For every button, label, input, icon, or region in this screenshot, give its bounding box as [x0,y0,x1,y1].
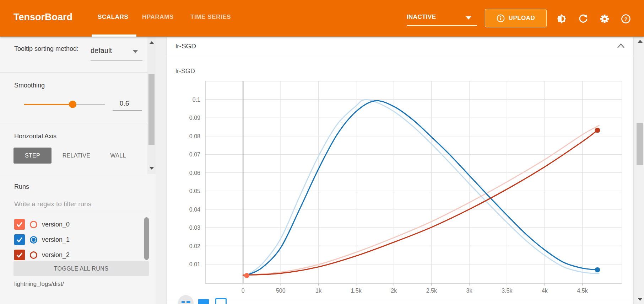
check-icon [16,236,23,244]
smoothing-slider[interactable] [24,104,105,105]
svg-text:0.06: 0.06 [189,170,200,176]
svg-text:0.01: 0.01 [189,261,200,267]
main-scrollbar[interactable] [636,37,644,304]
fullscreen-button[interactable] [198,299,209,304]
svg-text:0: 0 [242,288,245,294]
active-tab-indicator [92,34,136,37]
svg-text:0.03: 0.03 [189,225,200,231]
theme-toggle-icon[interactable] [556,14,567,24]
svg-text:?: ? [624,16,627,22]
svg-text:0.07: 0.07 [189,151,200,158]
status-dropdown-value: INACTIVE [407,14,436,20]
chevron-down-icon [466,16,471,20]
tooltip-sorting-value: default [91,47,112,54]
svg-text:3.5k: 3.5k [502,288,513,294]
status-dropdown-underline [407,25,477,26]
upload-button[interactable]: UPLOAD [485,9,547,27]
run-label: version_0 [42,221,70,228]
card-bottom-divider [167,301,633,301]
check-icon [16,251,23,259]
fit-domain-button[interactable] [215,298,227,304]
app-logo: TensorBoard [13,12,72,23]
group-header[interactable]: lr-SGD [167,37,633,56]
scalar-group-card: lr-SGD lr-SGD 0.010.020.030.040.050.060.… [167,37,633,304]
tab-hparams[interactable]: HPARAMS [142,14,174,21]
log-directory-path: lightning_logs/dist/ [14,281,64,288]
divider [0,175,156,175]
run-row-version-0[interactable]: version_0 [14,219,131,230]
run-label: version_1 [42,236,70,244]
smoothing-label: Smoothing [14,82,45,89]
axis-option-relative[interactable]: RELATIVE [57,148,96,164]
sidebar-scrollbar-thumb[interactable] [148,74,155,145]
chevron-down-icon [132,50,138,53]
check-icon [16,220,23,228]
scroll-down-icon[interactable] [149,167,154,170]
tooltip-sorting-select[interactable]: default [91,47,142,55]
lr-sgd-chart[interactable]: 0.010.020.030.040.050.060.070.080.090.10… [167,57,633,304]
app-header: TensorBoard SCALARS HPARAMS TIME SERIES … [0,0,644,37]
settings-sidebar: Tooltip sorting method: default Smoothin… [0,37,156,304]
divider [0,124,156,124]
collapse-chevron-up-icon[interactable] [617,43,625,50]
help-icon[interactable]: ? [621,14,631,24]
run-radio[interactable] [30,221,37,228]
toggle-all-runs-button[interactable]: TOGGLE ALL RUNS [13,261,149,276]
svg-text:2k: 2k [391,288,397,294]
tab-scalars[interactable]: SCALARS [98,14,128,21]
svg-text:4k: 4k [542,288,548,294]
runs-label: Runs [14,183,29,191]
scroll-up-icon[interactable] [149,41,154,44]
smoothing-value-input[interactable]: 0.6 [107,100,142,107]
svg-text:0.08: 0.08 [189,133,200,139]
smoothing-slider-thumb[interactable] [69,101,76,108]
svg-text:3k: 3k [466,288,473,294]
svg-text:0.04: 0.04 [189,207,200,213]
run-checkbox[interactable] [14,234,25,245]
svg-text:0.09: 0.09 [189,115,200,121]
svg-text:1.5k: 1.5k [351,288,362,294]
status-dropdown[interactable]: INACTIVE [407,14,477,26]
runs-filter-input[interactable] [14,200,148,211]
divider [0,72,156,73]
upload-button-label: UPLOAD [509,15,535,22]
select-underline [91,60,142,60]
svg-text:0.1: 0.1 [193,97,200,103]
run-radio[interactable] [30,251,37,259]
scroll-up-icon[interactable] [638,40,643,43]
axis-option-step[interactable]: STEP [13,148,52,164]
runs-scrollbar-thumb[interactable] [144,217,149,260]
svg-text:500: 500 [276,288,286,294]
run-checkbox[interactable] [14,250,25,260]
smoothing-slider-fill [24,104,72,105]
axis-option-wall[interactable]: WALL [105,148,131,164]
scroll-down-icon[interactable] [638,298,643,301]
svg-text:4.5k: 4.5k [577,288,588,294]
run-radio[interactable] [30,236,37,244]
run-row-version-2[interactable]: version_2 [14,249,131,261]
run-label: version_2 [42,251,70,259]
svg-text:0.02: 0.02 [189,243,200,249]
info-icon [497,14,505,22]
horizontal-axis-label: Horizontal Axis [14,133,56,140]
svg-text:0.05: 0.05 [189,188,200,194]
group-title: lr-SGD [175,42,196,50]
tensorboard-app: TensorBoard SCALARS HPARAMS TIME SERIES … [0,0,644,304]
pin-icon [178,295,194,304]
tab-time-series[interactable]: TIME SERIES [190,14,231,21]
pin-chart-button[interactable] [178,295,194,304]
svg-text:1k: 1k [315,288,322,294]
smoothing-value-underline [113,110,142,111]
settings-gear-icon[interactable] [599,14,610,24]
run-row-version-1[interactable]: version_1 [14,234,131,245]
refresh-icon[interactable] [578,14,589,24]
run-checkbox[interactable] [14,219,25,230]
main-scrollbar-thumb[interactable] [637,123,643,165]
svg-text:2.5k: 2.5k [426,288,437,294]
tooltip-sorting-label: Tooltip sorting method: [14,44,82,53]
